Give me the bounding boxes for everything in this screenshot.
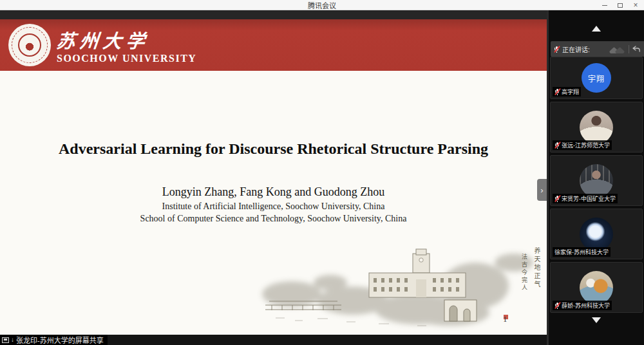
panel-collapse-handle[interactable]: › bbox=[537, 179, 547, 201]
participant-name: 张远-江苏师范大学 bbox=[562, 141, 610, 149]
participant-name: 宋贤芳-中国矿业大学 bbox=[562, 194, 616, 203]
chevron-right-icon: › bbox=[540, 186, 543, 194]
campus-ink-painting: 法古今完人 养天地正气 bbox=[256, 246, 544, 331]
mic-muted-icon bbox=[554, 142, 560, 149]
participant-name: 徐家保-苏州科技大学 bbox=[554, 248, 609, 256]
tencent-meeting-window: 腾讯会议 × 苏州大学 SOOCHOW UNIVERSITY Adversari… bbox=[0, 0, 644, 345]
participant-name: 薛娇-苏州科技大学 bbox=[562, 301, 610, 310]
close-icon: × bbox=[633, 1, 638, 9]
meeting-logo-icon bbox=[609, 45, 626, 53]
window-title: 腾讯会议 bbox=[308, 0, 336, 10]
screen-share-status-bar: ↓ 张龙印-苏州大学的屏幕共享 bbox=[0, 335, 547, 345]
slide-title: Adversarial Learning for Discourse Rheto… bbox=[0, 140, 547, 158]
minimize-icon bbox=[602, 5, 607, 6]
participant-name-chip: 张远-江苏师范大学 bbox=[553, 140, 612, 150]
soochow-university-seal-logo bbox=[8, 24, 51, 66]
participant-tile[interactable]: 宇翔 高宇翔 bbox=[550, 57, 643, 99]
maximize-button[interactable] bbox=[616, 1, 625, 10]
mic-muted-icon bbox=[554, 195, 560, 202]
mic-muted-icon bbox=[554, 46, 560, 53]
participant-avatar bbox=[580, 218, 613, 251]
now-speaking-bar: 正在讲话: bbox=[551, 41, 644, 57]
window-controls: × bbox=[600, 0, 641, 10]
minimize-button[interactable] bbox=[600, 1, 609, 10]
participant-tile[interactable]: 徐家保-苏州科技大学 bbox=[550, 209, 643, 259]
participant-list: 宇翔 高宇翔 张远-江苏师范大学 宋贤芳-中国矿业大学 徐 bbox=[550, 57, 643, 313]
screen-share-label: 张龙印-苏州大学的屏幕共享 bbox=[16, 335, 104, 345]
presentation-slide: 苏州大学 SOOCHOW UNIVERSITY Adversarial Lear… bbox=[0, 19, 547, 335]
slide-affiliation-1: Institute of Artificial Intelligence, So… bbox=[0, 201, 547, 212]
university-name-chinese: 苏州大学 bbox=[55, 26, 151, 53]
mic-muted-icon bbox=[554, 88, 560, 95]
slide-affiliation-2: School of Computer Science and Technolog… bbox=[0, 214, 547, 224]
screen-share-stage: 苏州大学 SOOCHOW UNIVERSITY Adversarial Lear… bbox=[0, 10, 547, 345]
reply-arrow-icon[interactable] bbox=[632, 45, 641, 53]
participant-avatar bbox=[580, 111, 613, 144]
participant-name-chip: 高宇翔 bbox=[553, 87, 581, 97]
close-button[interactable]: × bbox=[631, 1, 640, 10]
participant-name-chip: 徐家保-苏州科技大学 bbox=[553, 247, 611, 257]
participant-tile[interactable]: 薛娇-苏州科技大学 bbox=[550, 262, 643, 313]
participant-avatar bbox=[580, 164, 613, 198]
university-name-english: SOOCHOW UNIVERSITY bbox=[57, 53, 196, 64]
motto-line-2: 法古今完人 bbox=[520, 254, 529, 292]
participant-name-chip: 薛娇-苏州科技大学 bbox=[553, 301, 612, 310]
participant-tile[interactable]: 张远-江苏师范大学 bbox=[550, 102, 643, 153]
screen-share-status-chip: ↓ 张龙印-苏州大学的屏幕共享 bbox=[0, 335, 108, 345]
now-speaking-label: 正在讲话: bbox=[562, 44, 590, 54]
maximize-icon bbox=[618, 3, 623, 8]
participant-name: 高宇翔 bbox=[562, 88, 579, 96]
participant-avatar bbox=[580, 271, 613, 304]
mic-muted-icon bbox=[554, 302, 560, 309]
participant-tile[interactable]: 宋贤芳-中国矿业大学 bbox=[550, 155, 643, 206]
scroll-up-arrow[interactable] bbox=[592, 26, 601, 32]
window-titlebar: 腾讯会议 × bbox=[0, 0, 644, 10]
slide-page-number: 1 bbox=[503, 314, 507, 324]
slide-authors: Longyin Zhang, Fang Kong and Guodong Zho… bbox=[0, 185, 547, 199]
campus-sketch-graphic bbox=[256, 246, 544, 331]
scroll-down-arrow[interactable] bbox=[592, 317, 601, 323]
participant-avatar: 宇翔 bbox=[582, 63, 611, 93]
participants-panel: 正在讲话: 宇翔 高宇翔 张远-江苏师范大学 bbox=[547, 10, 644, 345]
screen-share-icon bbox=[2, 337, 9, 343]
divider bbox=[629, 45, 629, 53]
motto-line-1: 养天地正气 bbox=[532, 247, 542, 292]
university-banner: 苏州大学 SOOCHOW UNIVERSITY bbox=[0, 19, 547, 71]
university-motto-calligraphy: 法古今完人 养天地正气 bbox=[520, 247, 542, 292]
participant-name-chip: 宋贤芳-中国矿业大学 bbox=[553, 194, 618, 203]
audio-down-arrow-icon: ↓ bbox=[11, 337, 14, 343]
